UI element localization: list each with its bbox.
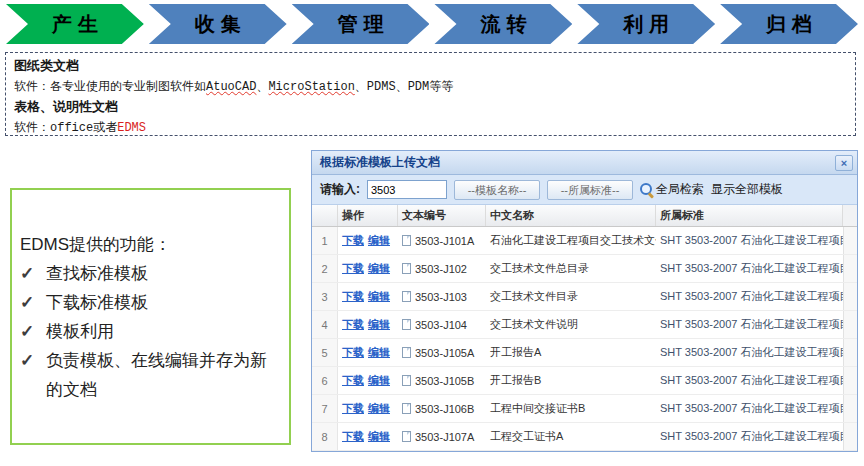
row-filler	[843, 283, 857, 310]
flow-step-archive: 归档	[720, 4, 858, 44]
template-upload-dialog: 根据标准模板上传文档 × 请输入: --模板名称-- --所属标准-- 全局检索…	[311, 150, 858, 452]
document-icon	[402, 347, 411, 358]
standard-cell: SHT 3503-2007 石油化工建设工程项目交工...	[656, 233, 843, 248]
table-header-row: 操作 文本编号 中文名称 所属标准	[312, 205, 857, 227]
show-all-templates-button[interactable]: 显示全部模板	[711, 181, 783, 198]
table-row[interactable]: 4 下载编辑 3503-J104 交工技术文件说明 SHT 3503-2007 …	[312, 311, 857, 339]
document-icon	[402, 291, 411, 302]
row-number: 4	[312, 311, 338, 338]
download-link[interactable]: 下载	[342, 346, 364, 358]
note-pdm-text: PDM	[408, 80, 430, 94]
note-heading-tables: 表格、说明性文档	[14, 97, 847, 117]
row-filler	[843, 227, 857, 254]
doc-number-text: 3503-J103	[415, 291, 467, 303]
note-line2-tail: 等等	[429, 79, 453, 93]
standard-dropdown[interactable]: --所属标准--	[547, 180, 633, 200]
flow-step-produce: 产生	[6, 4, 144, 44]
download-link[interactable]: 下载	[342, 318, 364, 330]
edit-link[interactable]: 编辑	[368, 374, 390, 386]
download-link[interactable]: 下载	[342, 374, 364, 386]
doc-number-cell: 3503-J103	[398, 291, 486, 303]
note-line4-middle: 或者	[93, 120, 117, 134]
download-link[interactable]: 下载	[342, 402, 364, 414]
edit-link[interactable]: 编辑	[368, 402, 390, 414]
note-sep2: 、	[355, 79, 367, 93]
row-filler	[843, 255, 857, 282]
edit-link[interactable]: 编辑	[368, 290, 390, 302]
feature-item-label: 下载标准模板	[46, 288, 279, 317]
cn-name-cell: 开工报告A	[486, 345, 656, 360]
edit-link[interactable]: 编辑	[368, 234, 390, 246]
table-row[interactable]: 2 下载编辑 3503-J102 交工技术文件总目录 SHT 3503-2007…	[312, 255, 857, 283]
check-icon: ✓	[20, 317, 46, 346]
table-row[interactable]: 1 下载编辑 3503-J101A 石油化工建设工程项目交工技术文件封面A SH…	[312, 227, 857, 255]
table-row[interactable]: 5 下载编辑 3503-J105A 开工报告A SHT 3503-2007 石油…	[312, 339, 857, 367]
row-actions: 下载编辑	[338, 317, 398, 332]
document-icon	[402, 403, 411, 414]
doc-number-text: 3503-J104	[415, 319, 467, 331]
row-filler	[843, 367, 857, 394]
row-number: 8	[312, 423, 338, 450]
template-name-dropdown[interactable]: --模板名称--	[454, 180, 540, 200]
standard-cell: SHT 3503-2007 石油化工建设工程项目交工...	[656, 261, 843, 276]
row-number: 5	[312, 339, 338, 366]
row-filler	[843, 395, 857, 422]
edit-link[interactable]: 编辑	[368, 262, 390, 274]
row-number: 3	[312, 283, 338, 310]
cn-name-cell: 石油化工建设工程项目交工技术文件封面A	[486, 233, 656, 248]
global-search-label: 全局检索	[656, 181, 704, 198]
row-actions: 下载编辑	[338, 345, 398, 360]
doc-number-text: 3503-J107A	[415, 431, 474, 443]
check-icon: ✓	[20, 288, 46, 317]
note-pdms-text: PDMS	[367, 80, 396, 94]
doc-number-cell: 3503-J105B	[398, 375, 486, 387]
note-office-text: office	[50, 121, 93, 135]
edit-link[interactable]: 编辑	[368, 318, 390, 330]
download-link[interactable]: 下载	[342, 290, 364, 302]
table-row[interactable]: 8 下载编辑 3503-J107A 工程交工证书A SHT 3503-2007 …	[312, 423, 857, 451]
standard-cell: SHT 3503-2007 石油化工建设工程项目交工...	[656, 401, 843, 416]
row-filler	[843, 339, 857, 366]
row-actions: 下载编辑	[338, 289, 398, 304]
cn-name-cell: 开工报告B	[486, 373, 656, 388]
cn-name-cell: 交工技术文件总目录	[486, 261, 656, 276]
edit-link[interactable]: 编辑	[368, 346, 390, 358]
feature-item-label: 查找标准模板	[46, 259, 279, 288]
row-filler	[843, 423, 857, 450]
flow-step-collect: 收集	[149, 4, 287, 44]
row-actions: 下载编辑	[338, 429, 398, 444]
document-types-note: 图纸类文档 软件：各专业使用的专业制图软件如AtuoCAD、MicroStati…	[5, 52, 856, 136]
flow-step-use: 利用	[577, 4, 715, 44]
doc-no-header: 文本编号	[398, 205, 486, 226]
global-search-button[interactable]: 全局检索	[640, 181, 704, 198]
search-input[interactable]	[367, 180, 447, 199]
note-sep3: 、	[396, 79, 408, 93]
row-number: 2	[312, 255, 338, 282]
standard-cell: SHT 3503-2007 石油化工建设工程项目交工...	[656, 289, 843, 304]
download-link[interactable]: 下载	[342, 262, 364, 274]
row-actions: 下载编辑	[338, 261, 398, 276]
row-number: 1	[312, 227, 338, 254]
edit-link[interactable]: 编辑	[368, 430, 390, 442]
download-link[interactable]: 下载	[342, 234, 364, 246]
note-line4-prefix: 软件：	[14, 120, 50, 134]
doc-number-cell: 3503-J105A	[398, 347, 486, 359]
note-software-tables: 软件：office或者EDMS	[14, 117, 847, 138]
doc-number-text: 3503-J101A	[415, 235, 474, 247]
document-icon	[402, 263, 411, 274]
cn-name-cell: 工程中间交接证书B	[486, 401, 656, 416]
doc-number-cell: 3503-J102	[398, 263, 486, 275]
document-icon	[402, 431, 411, 442]
standard-header: 所属标准	[656, 205, 843, 226]
feature-item-use: ✓ 模板利用	[20, 317, 279, 346]
check-icon: ✓	[20, 259, 46, 288]
edms-features-box: EDMS提供的功能： ✓ 查找标准模板 ✓ 下载标准模板 ✓ 模板利用 ✓ 负责…	[10, 188, 291, 445]
document-icon	[402, 319, 411, 330]
close-icon[interactable]: ×	[835, 155, 853, 171]
table-row[interactable]: 6 下载编辑 3503-J105B 开工报告B SHT 3503-2007 石油…	[312, 367, 857, 395]
table-row[interactable]: 3 下载编辑 3503-J103 交工技术文件目录 SHT 3503-2007 …	[312, 283, 857, 311]
download-link[interactable]: 下载	[342, 430, 364, 442]
standard-cell: SHT 3503-2007 石油化工建设工程项目交工...	[656, 317, 843, 332]
table-row[interactable]: 7 下载编辑 3503-J106B 工程中间交接证书B SHT 3503-200…	[312, 395, 857, 423]
feature-item-find: ✓ 查找标准模板	[20, 259, 279, 288]
